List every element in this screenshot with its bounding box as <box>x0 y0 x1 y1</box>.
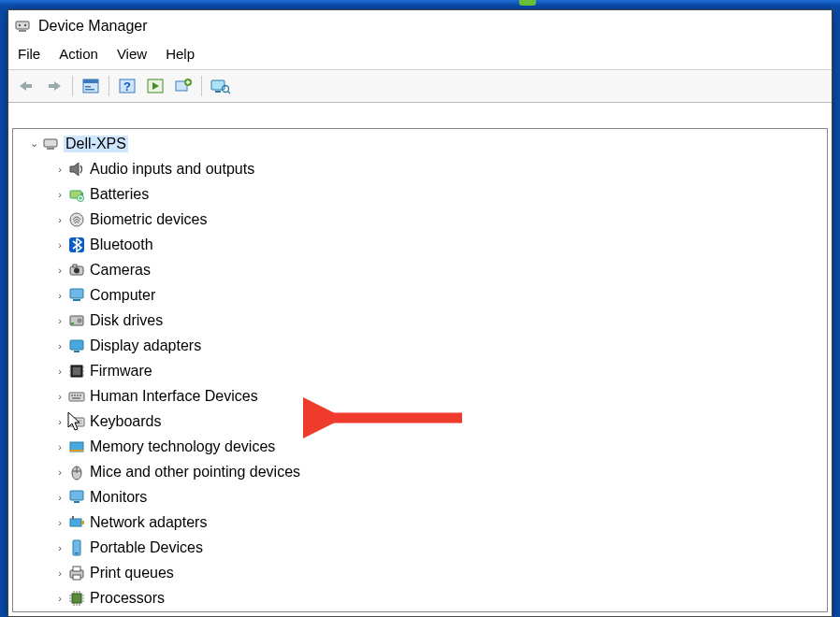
mice-icon <box>67 463 86 481</box>
chevron-right-icon[interactable]: › <box>52 492 67 503</box>
chevron-down-icon[interactable]: ⌄ <box>26 137 41 150</box>
hid-icon <box>67 387 86 406</box>
tree-category-disk-drives[interactable]: ›Disk drives <box>13 308 827 333</box>
tree-category-label[interactable]: Processors <box>90 590 165 607</box>
tree-category-label[interactable]: Audio inputs and outputs <box>90 161 254 178</box>
device-manager-icon <box>14 18 31 35</box>
computer-icon <box>67 286 86 305</box>
title-row: Device Manager <box>8 10 832 40</box>
tree-category-batteries[interactable]: ›Batteries <box>13 181 827 207</box>
chevron-right-icon[interactable]: › <box>52 391 67 402</box>
tree-category-hid[interactable]: ›Human Interface Devices <box>13 383 827 409</box>
toolbar-separator <box>72 76 73 96</box>
display-adapters-icon <box>67 337 86 355</box>
biometric-icon <box>67 210 86 229</box>
tree-category-keyboards[interactable]: ›Keyboards <box>13 409 827 434</box>
tree-root[interactable]: ⌄ Dell-XPS <box>13 131 827 156</box>
menu-help[interactable]: Help <box>166 46 195 62</box>
chevron-right-icon[interactable]: › <box>52 466 67 478</box>
tree-category-label[interactable]: Firmware <box>90 363 152 380</box>
chevron-right-icon[interactable]: › <box>52 214 67 225</box>
tree-category-label[interactable]: Display adapters <box>90 337 201 354</box>
tree-category-label[interactable]: Memory technology devices <box>90 438 275 455</box>
add-hardware-button[interactable] <box>170 74 196 98</box>
device-manager-window: Device Manager File Action View Help ? <box>7 9 833 617</box>
tree-category-monitors[interactable]: ›Monitors <box>13 484 827 509</box>
device-tree[interactable]: ⌄ Dell-XPS ›Audio inputs and outputs›Bat… <box>12 128 828 612</box>
svg-line-18 <box>228 92 231 94</box>
chevron-right-icon[interactable]: › <box>52 290 67 301</box>
tree-category-label[interactable]: Batteries <box>90 186 149 203</box>
tree-category-cameras[interactable]: ›Cameras <box>13 257 827 282</box>
tree-category-label[interactable]: Mice and other pointing devices <box>90 464 300 481</box>
help-button[interactable]: ? <box>114 74 140 98</box>
svg-rect-5 <box>49 84 55 88</box>
tree-category-label[interactable]: Cameras <box>90 262 151 279</box>
print-queues-icon <box>67 564 86 582</box>
titlebar-strip <box>0 0 840 6</box>
monitors-icon <box>67 488 86 507</box>
back-button[interactable] <box>13 74 39 98</box>
chevron-right-icon[interactable]: › <box>52 265 67 276</box>
tree-category-label[interactable]: Biometric devices <box>90 211 207 228</box>
tree-category-label[interactable]: Print queues <box>90 565 174 581</box>
menu-view[interactable]: View <box>117 46 147 62</box>
monitors-toolbar-button[interactable] <box>207 74 233 98</box>
chevron-right-icon[interactable]: › <box>52 567 67 579</box>
tree-category-label[interactable]: Keyboards <box>90 413 162 430</box>
tree-category-label[interactable]: Disk drives <box>90 312 163 329</box>
svg-rect-20 <box>47 148 54 150</box>
chevron-right-icon[interactable]: › <box>52 542 67 553</box>
network-adapters-icon <box>67 513 86 532</box>
tree-category-firmware[interactable]: ›Firmware <box>13 358 827 383</box>
tree-root-label[interactable]: Dell-XPS <box>64 136 128 152</box>
tree-category-label[interactable]: Monitors <box>90 489 147 506</box>
chevron-right-icon[interactable]: › <box>52 340 67 352</box>
chevron-right-icon[interactable]: › <box>52 315 67 326</box>
firmware-icon <box>67 362 86 380</box>
tree-category-mice[interactable]: ›Mice and other pointing devices <box>13 459 827 484</box>
tree-category-audio-inputs[interactable]: ›Audio inputs and outputs <box>13 156 827 181</box>
tree-category-processors[interactable]: ›Processors <box>13 585 827 610</box>
svg-rect-8 <box>85 86 91 88</box>
svg-point-3 <box>24 24 26 26</box>
menu-file[interactable]: File <box>18 46 40 62</box>
tree-category-label[interactable]: Human Interface Devices <box>90 388 258 405</box>
tree-category-label[interactable]: Network adapters <box>90 514 207 531</box>
computer-root-icon <box>41 135 60 153</box>
chevron-right-icon[interactable]: › <box>52 441 67 452</box>
tree-category-print-queues[interactable]: ›Print queues <box>13 560 827 585</box>
menu-action[interactable]: Action <box>59 46 98 62</box>
chevron-right-icon[interactable]: › <box>52 416 67 427</box>
forward-button[interactable] <box>41 74 67 98</box>
chevron-right-icon[interactable]: › <box>52 164 67 175</box>
outer-window-frame: Device Manager File Action View Help ? <box>0 0 840 617</box>
chevron-right-icon[interactable]: › <box>52 189 67 200</box>
tree-category-memory-tech[interactable]: ›Memory technology devices <box>13 434 827 459</box>
svg-rect-16 <box>215 91 221 93</box>
tree-category-portable-devices[interactable]: ›Portable Devices <box>13 535 827 560</box>
svg-rect-1 <box>19 30 26 32</box>
cameras-icon <box>67 261 86 280</box>
keyboards-icon <box>67 412 86 431</box>
tree-category-computer[interactable]: ›Computer <box>13 282 827 308</box>
chevron-right-icon[interactable]: › <box>52 366 67 377</box>
chevron-right-icon[interactable]: › <box>52 517 67 528</box>
tree-category-network-adapters[interactable]: ›Network adapters <box>13 509 827 535</box>
toolbar-separator <box>201 76 202 96</box>
properties-pane-button[interactable] <box>78 74 104 98</box>
tree-category-bluetooth[interactable]: ›Bluetooth <box>13 232 827 257</box>
portable-devices-icon <box>67 538 86 557</box>
action-pane-button[interactable] <box>142 74 168 98</box>
chevron-right-icon[interactable]: › <box>52 239 67 251</box>
tree-category-label[interactable]: Bluetooth <box>90 237 153 253</box>
svg-rect-4 <box>25 84 32 88</box>
toolbar: ? <box>8 69 832 103</box>
tree-category-biometric[interactable]: ›Biometric devices <box>13 207 827 232</box>
tree-category-label[interactable]: Computer <box>90 287 155 304</box>
batteries-icon <box>67 185 86 204</box>
tree-category-display-adapters[interactable]: ›Display adapters <box>13 333 827 358</box>
tree-category-label[interactable]: Portable Devices <box>90 539 203 556</box>
chevron-right-icon[interactable]: › <box>52 593 67 604</box>
menubar: File Action View Help <box>8 40 832 69</box>
